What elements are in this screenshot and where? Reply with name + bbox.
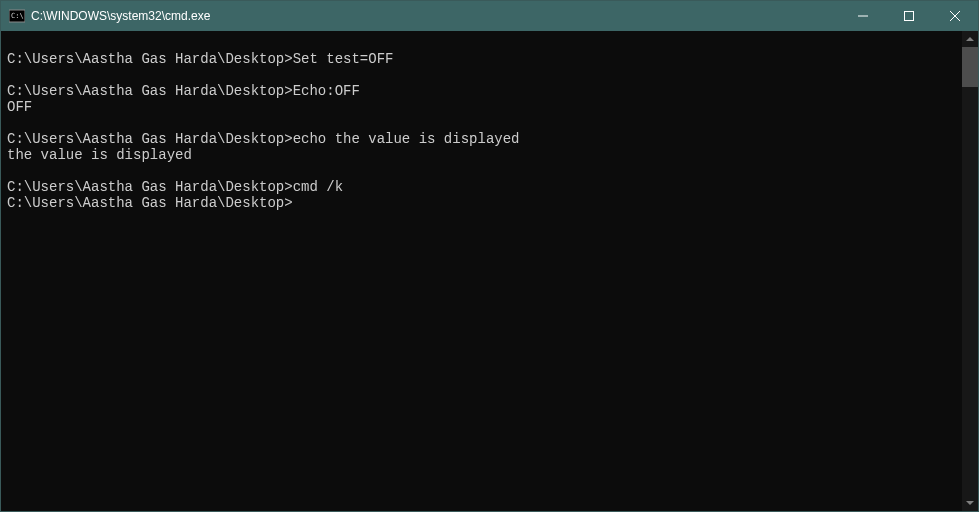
svg-text:C:\: C:\ (11, 12, 24, 20)
window-title: C:\WINDOWS\system32\cmd.exe (31, 9, 840, 23)
scrollbar[interactable] (962, 31, 978, 511)
maximize-button[interactable] (886, 1, 932, 31)
cmd-icon: C:\ (9, 8, 25, 24)
close-button[interactable] (932, 1, 978, 31)
terminal-area: C:\Users\Aastha Gas Harda\Desktop>Set te… (1, 31, 978, 511)
scroll-thumb[interactable] (962, 47, 978, 87)
scroll-down-arrow[interactable] (962, 495, 978, 511)
terminal-content[interactable]: C:\Users\Aastha Gas Harda\Desktop>Set te… (1, 31, 962, 511)
svg-rect-3 (905, 12, 914, 21)
minimize-button[interactable] (840, 1, 886, 31)
window-controls (840, 1, 978, 31)
svg-marker-6 (966, 37, 974, 41)
scroll-up-arrow[interactable] (962, 31, 978, 47)
cmd-window: C:\ C:\WINDOWS\system32\cmd.exe (0, 0, 979, 512)
svg-marker-7 (966, 501, 974, 505)
titlebar[interactable]: C:\ C:\WINDOWS\system32\cmd.exe (1, 1, 978, 31)
